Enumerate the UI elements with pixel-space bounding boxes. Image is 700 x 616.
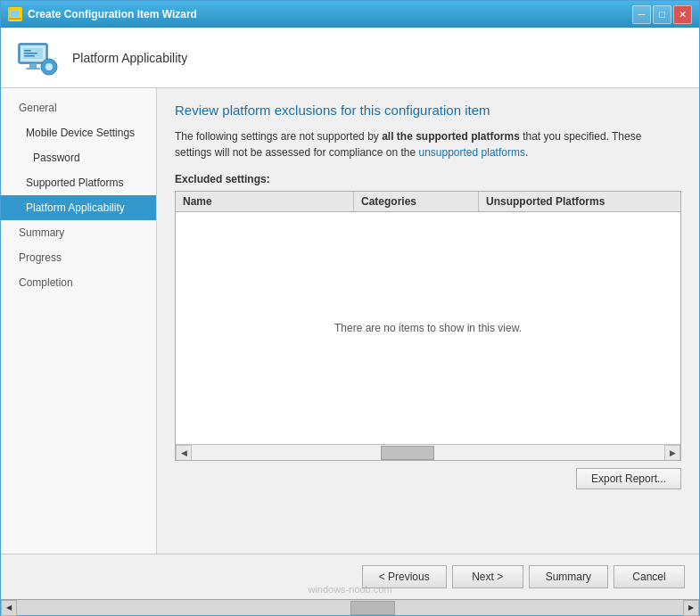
sidebar-item-platform-applicability[interactable]: Platform Applicability — [1, 195, 156, 220]
sidebar-item-summary[interactable]: Summary — [1, 220, 156, 245]
info-text: The following settings are not supported… — [175, 128, 681, 160]
col-categories: Categories — [354, 192, 479, 211]
sidebar: General Mobile Device Settings Password … — [1, 88, 157, 554]
scroll-left-btn[interactable]: ◀ — [176, 445, 192, 461]
content-inner: Review platform exclusions for this conf… — [157, 88, 699, 554]
svg-rect-14 — [24, 50, 31, 52]
svg-rect-12 — [54, 66, 57, 68]
col-name: Name — [176, 192, 354, 211]
next-button[interactable]: Next > — [452, 565, 523, 588]
page-heading: Review platform exclusions for this conf… — [175, 103, 681, 118]
svg-point-8 — [45, 63, 53, 70]
svg-rect-1 — [11, 11, 20, 17]
title-bar: Create Configuration Item Wizard ─ □ ✕ — [1, 1, 699, 28]
svg-rect-16 — [24, 55, 35, 57]
maximize-button[interactable]: □ — [653, 5, 671, 24]
header-title: Platform Applicability — [72, 51, 187, 65]
minimize-button[interactable]: ─ — [632, 5, 651, 24]
title-bar-left: Create Configuration Item Wizard — [8, 7, 197, 21]
export-area: Export Report... — [175, 461, 681, 497]
svg-rect-9 — [48, 59, 50, 62]
info-text-end: . — [525, 146, 528, 159]
excluded-settings-table: Name Categories Unsupported Platforms Th… — [175, 191, 681, 461]
empty-message: There are no items to show in this view. — [334, 322, 522, 334]
bottom-scrollbar[interactable]: ◀ ▶ — [1, 599, 699, 615]
svg-rect-6 — [26, 68, 40, 70]
bottom-scroll-track[interactable] — [17, 600, 683, 615]
cancel-button[interactable]: Cancel — [614, 565, 685, 588]
svg-rect-11 — [41, 66, 45, 68]
info-text-bold: all the supported platforms — [382, 130, 520, 143]
export-report-button[interactable]: Export Report... — [576, 468, 681, 489]
col-unsupported-platforms: Unsupported Platforms — [479, 192, 680, 211]
sidebar-item-completion[interactable]: Completion — [1, 270, 156, 295]
excluded-settings-label: Excluded settings: — [175, 173, 681, 185]
bottom-scroll-left-btn[interactable]: ◀ — [1, 600, 17, 616]
wizard-window: Create Configuration Item Wizard ─ □ ✕ — [0, 0, 700, 616]
wizard-footer: < Previous Next > Summary Cancel — [1, 554, 699, 599]
info-text-link: unsupported platforms — [418, 146, 524, 159]
header-icon — [15, 37, 58, 79]
svg-rect-15 — [24, 53, 37, 54]
window-icon — [8, 7, 22, 21]
info-text-part1: The following settings are not supported… — [175, 130, 382, 143]
scroll-thumb[interactable] — [381, 446, 434, 460]
table-header: Name Categories Unsupported Platforms — [176, 192, 680, 212]
scroll-track[interactable] — [192, 445, 664, 460]
horizontal-scrollbar[interactable]: ◀ ▶ — [176, 444, 680, 460]
table-body: There are no items to show in this view. — [176, 212, 680, 444]
sidebar-item-supported-platforms[interactable]: Supported Platforms — [1, 170, 156, 195]
sidebar-item-general[interactable]: General — [1, 95, 156, 120]
previous-button[interactable]: < Previous — [362, 565, 447, 588]
bottom-scroll-thumb[interactable] — [350, 601, 395, 615]
wizard-header: Platform Applicability — [1, 28, 699, 88]
sidebar-item-progress[interactable]: Progress — [1, 245, 156, 270]
main-area: General Mobile Device Settings Password … — [1, 88, 699, 554]
summary-button[interactable]: Summary — [529, 565, 608, 588]
scroll-right-btn[interactable]: ▶ — [664, 445, 680, 461]
close-button[interactable]: ✕ — [673, 5, 692, 24]
sidebar-item-mobile-device-settings[interactable]: Mobile Device Settings — [1, 120, 156, 145]
svg-rect-5 — [29, 63, 37, 68]
svg-rect-10 — [48, 71, 50, 75]
title-bar-buttons: ─ □ ✕ — [632, 5, 692, 24]
svg-rect-2 — [9, 18, 21, 20]
bottom-scroll-right-btn[interactable]: ▶ — [683, 600, 699, 616]
window-title: Create Configuration Item Wizard — [28, 8, 197, 21]
sidebar-item-password[interactable]: Password — [1, 145, 156, 170]
content-area: Review platform exclusions for this conf… — [157, 88, 699, 554]
